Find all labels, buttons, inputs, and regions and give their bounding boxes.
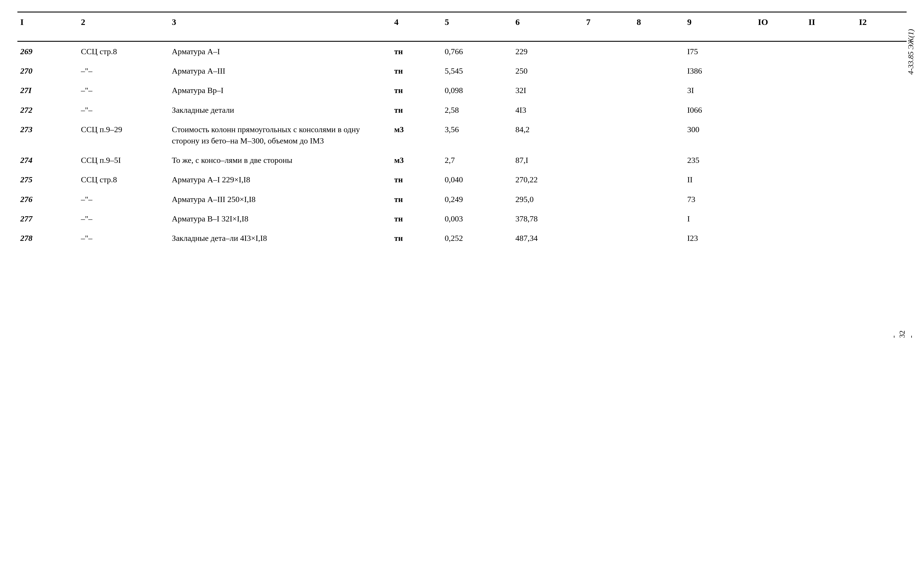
cell-r3-c8: I066 — [685, 100, 755, 120]
cell-r5-c11 — [856, 150, 907, 170]
cell-r0-c11 — [856, 41, 907, 61]
col-header-1: I — [17, 12, 78, 32]
cell-r1-c1: –"– — [78, 61, 169, 81]
col-header-2: 2 — [78, 12, 169, 32]
cell-r7-c6 — [583, 190, 634, 209]
cell-r1-c9 — [755, 61, 805, 81]
table-row: 272–"–Закладные деталитн2,584I3I066 — [17, 100, 907, 120]
side-text-bottom: - 32 - — [889, 331, 915, 338]
cell-r0-c7 — [634, 41, 684, 61]
cell-r2-c10 — [805, 81, 856, 100]
cell-r5-c5: 87,I — [513, 150, 583, 170]
cell-r7-c2: Арматура А–III 250×I,I8 — [169, 190, 391, 209]
cell-r3-c2: Закладные детали — [169, 100, 391, 120]
cell-r1-c5: 250 — [513, 61, 583, 81]
cell-r9-c11 — [856, 228, 907, 248]
cell-r3-c11 — [856, 100, 907, 120]
cell-r4-c11 — [856, 120, 907, 150]
col-header-12: I2 — [856, 12, 907, 32]
cell-r1-c11 — [856, 61, 907, 81]
cell-r4-c10 — [805, 120, 856, 150]
col-header-4: 4 — [391, 12, 442, 32]
cell-r2-c0: 27I — [17, 81, 78, 100]
cell-r3-c9 — [755, 100, 805, 120]
cell-r7-c11 — [856, 190, 907, 209]
cell-r5-c8: 235 — [685, 150, 755, 170]
cell-r9-c8: I23 — [685, 228, 755, 248]
cell-r5-c2: То же, с консо–лями в две стороны — [169, 150, 391, 170]
cell-r5-c4: 2,7 — [442, 150, 513, 170]
cell-r9-c10 — [805, 228, 856, 248]
cell-r2-c11 — [856, 81, 907, 100]
cell-r5-c0: 274 — [17, 150, 78, 170]
cell-r6-c10 — [805, 170, 856, 189]
cell-r0-c8: I75 — [685, 41, 755, 61]
cell-r3-c5: 4I3 — [513, 100, 583, 120]
cell-r0-c5: 229 — [513, 41, 583, 61]
cell-r6-c1: ССЦ стр.8 — [78, 170, 169, 189]
cell-r8-c7 — [634, 209, 684, 228]
cell-r9-c2: Закладные дета–ли 4I3×I,I8 — [169, 228, 391, 248]
cell-r8-c11 — [856, 209, 907, 228]
table-row: 273ССЦ п.9–29Стоимость колонн прямоуголь… — [17, 120, 907, 150]
cell-r7-c10 — [805, 190, 856, 209]
cell-r8-c1: –"– — [78, 209, 169, 228]
cell-r2-c6 — [583, 81, 634, 100]
col-header-8: 8 — [634, 12, 684, 32]
col-header-7: 7 — [583, 12, 634, 32]
cell-r8-c6 — [583, 209, 634, 228]
cell-r3-c7 — [634, 100, 684, 120]
cell-r4-c6 — [583, 120, 634, 150]
cell-r6-c0: 275 — [17, 170, 78, 189]
cell-r7-c1: –"– — [78, 190, 169, 209]
cell-r4-c7 — [634, 120, 684, 150]
page-container: 4-33.85 ЭЖ(1) - 32 - I 2 3 4 5 6 — [17, 12, 907, 248]
cell-r4-c4: 3,56 — [442, 120, 513, 150]
cell-r6-c5: 270,22 — [513, 170, 583, 189]
cell-r8-c5: 378,78 — [513, 209, 583, 228]
cell-r6-c6 — [583, 170, 634, 189]
cell-r4-c0: 273 — [17, 120, 78, 150]
cell-r3-c3: тн — [391, 100, 442, 120]
cell-r7-c9 — [755, 190, 805, 209]
cell-r9-c0: 278 — [17, 228, 78, 248]
cell-r3-c6 — [583, 100, 634, 120]
table-row: 269ССЦ стр.8Арматура А–Iтн0,766229I75 — [17, 41, 907, 61]
cell-r2-c9 — [755, 81, 805, 100]
cell-r5-c1: ССЦ п.9–5I — [78, 150, 169, 170]
cell-r4-c9 — [755, 120, 805, 150]
col-header-9: 9 — [685, 12, 755, 32]
cell-r7-c3: тн — [391, 190, 442, 209]
cell-r1-c10 — [805, 61, 856, 81]
cell-r4-c8: 300 — [685, 120, 755, 150]
cell-r3-c10 — [805, 100, 856, 120]
table-row: 270–"–Арматура А–IIIтн5,545250I386 — [17, 61, 907, 81]
table-row: 278–"–Закладные дета–ли 4I3×I,I8тн0,2524… — [17, 228, 907, 248]
cell-r5-c7 — [634, 150, 684, 170]
cell-r2-c8: 3I — [685, 81, 755, 100]
cell-r0-c1: ССЦ стр.8 — [78, 41, 169, 61]
cell-r5-c3: м3 — [391, 150, 442, 170]
cell-r0-c3: тн — [391, 41, 442, 61]
table-row: 275ССЦ стр.8Арматура А–I 229×I,I8тн0,040… — [17, 170, 907, 189]
cell-r1-c2: Арматура А–III — [169, 61, 391, 81]
cell-r3-c0: 272 — [17, 100, 78, 120]
table-row: 27I–"–Арматура Вр–Iтн0,09832I3I — [17, 81, 907, 100]
cell-r5-c10 — [805, 150, 856, 170]
cell-r8-c8: I — [685, 209, 755, 228]
cell-r7-c8: 73 — [685, 190, 755, 209]
cell-r7-c5: 295,0 — [513, 190, 583, 209]
table-row: 274ССЦ п.9–5IТо же, с консо–лями в две с… — [17, 150, 907, 170]
cell-r6-c3: тн — [391, 170, 442, 189]
cell-r2-c5: 32I — [513, 81, 583, 100]
cell-r8-c2: Арматура В–I 32I×I,I8 — [169, 209, 391, 228]
col-header-6: 6 — [513, 12, 583, 32]
cell-r3-c4: 2,58 — [442, 100, 513, 120]
cell-r6-c8: II — [685, 170, 755, 189]
cell-r9-c7 — [634, 228, 684, 248]
col-header-5: 5 — [442, 12, 513, 32]
cell-r1-c0: 270 — [17, 61, 78, 81]
cell-r7-c4: 0,249 — [442, 190, 513, 209]
col-header-11: II — [805, 12, 856, 32]
cell-r9-c1: –"– — [78, 228, 169, 248]
